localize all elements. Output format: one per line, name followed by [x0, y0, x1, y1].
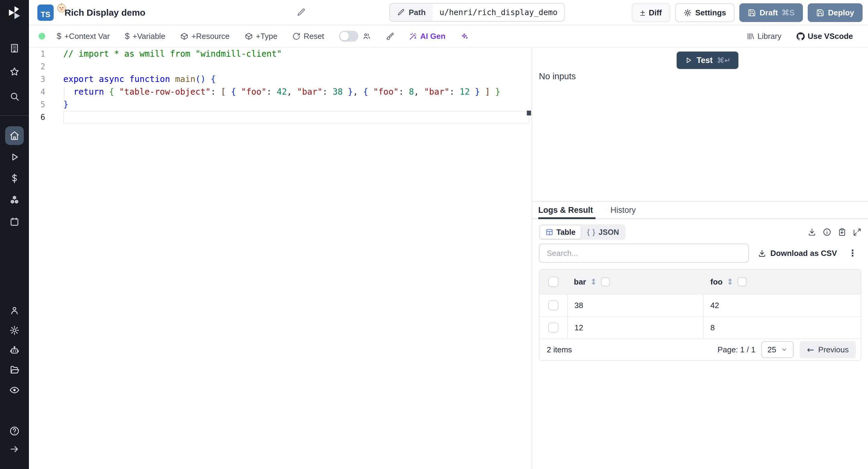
- code-line[interactable]: export async function main() {: [63, 73, 530, 86]
- use-vscode-button[interactable]: Use VScode: [797, 32, 853, 41]
- table-controls: Download as CSV ⋮: [539, 244, 861, 263]
- sort-icon[interactable]: ↕: [727, 277, 733, 286]
- draft-button[interactable]: Draft ⌘S: [739, 3, 803, 22]
- code-line[interactable]: }: [63, 98, 530, 111]
- sidebar-item-runs[interactable]: [0, 147, 29, 167]
- sidebar-item-home[interactable]: [5, 126, 24, 145]
- tab-logs-result[interactable]: Logs & Result: [538, 206, 593, 215]
- library-button[interactable]: Library: [746, 32, 781, 41]
- save-icon: [748, 9, 756, 17]
- code-line[interactable]: return { "table-row-object": [ { "foo": …: [63, 86, 530, 98]
- table-cell: 12: [567, 317, 703, 339]
- sidebar-item-workers[interactable]: [0, 341, 29, 360]
- items-count: 2 items: [547, 345, 572, 354]
- code-editor[interactable]: 123456 // import * as wmill from "windmi…: [29, 48, 532, 469]
- help-icon[interactable]: [0, 421, 29, 441]
- column-option-box[interactable]: [601, 277, 610, 286]
- line-number: 5: [29, 98, 62, 111]
- sidebar-item-settings[interactable]: [0, 321, 29, 340]
- deploy-button[interactable]: Deploy: [808, 3, 863, 22]
- page-size-select[interactable]: 25: [761, 341, 794, 358]
- line-number: 4: [29, 86, 62, 98]
- download-icon[interactable]: [808, 228, 816, 236]
- reset-button[interactable]: Reset: [292, 32, 324, 41]
- sidebar-item-audit-logs[interactable]: [0, 380, 29, 400]
- code-line[interactable]: [63, 111, 529, 124]
- no-inputs-label: No inputs: [539, 71, 576, 82]
- expand-icon[interactable]: [853, 228, 861, 236]
- table-cell: 38: [567, 294, 703, 316]
- view-toggle-table[interactable]: Table: [540, 225, 581, 239]
- braces-icon: { }: [587, 228, 595, 236]
- line-number: 1: [29, 48, 62, 60]
- result-section: Logs & Result History Table { } JSON: [532, 201, 868, 469]
- column-header-bar[interactable]: bar: [574, 277, 586, 287]
- sidebar-item-folders[interactable]: [0, 360, 29, 379]
- favorites-star-icon[interactable]: [0, 62, 29, 82]
- ai-gen-button[interactable]: AI Gen: [409, 32, 445, 41]
- sparkles-icon[interactable]: [461, 32, 469, 40]
- dollar-icon: $: [57, 31, 61, 41]
- add-resource-button[interactable]: +Resource: [180, 32, 229, 41]
- view-toggle-json[interactable]: { } JSON: [581, 225, 624, 239]
- table-cell: 42: [703, 294, 861, 316]
- settings-button[interactable]: Settings: [675, 3, 735, 22]
- edit-title-pencil-icon[interactable]: [297, 8, 306, 17]
- diff-button[interactable]: ± Diff: [632, 3, 670, 22]
- select-all-checkbox[interactable]: [548, 277, 558, 287]
- sort-icon[interactable]: ↕: [590, 277, 597, 286]
- more-options-kebab-icon[interactable]: ⋮: [848, 249, 857, 258]
- magic-wand-icon: [409, 32, 417, 40]
- page-title: Rich Display demo: [64, 0, 145, 25]
- windmill-logo[interactable]: [0, 3, 29, 22]
- typescript-badge: TS: [37, 4, 54, 21]
- add-type-button[interactable]: +Type: [245, 32, 278, 41]
- path-value: u/henri/rich_display_demo: [433, 4, 564, 21]
- editor-code[interactable]: // import * as wmill from "windmill-clie…: [63, 48, 530, 124]
- dollar-icon: $: [125, 31, 130, 41]
- previous-page-button[interactable]: ← Previous: [800, 341, 856, 358]
- arrow-left-icon: ←: [807, 345, 814, 355]
- row-checkbox[interactable]: [548, 300, 558, 310]
- info-icon[interactable]: [823, 228, 831, 236]
- vertical-splitter[interactable]: [532, 48, 532, 469]
- play-icon: [684, 56, 692, 64]
- sidebar-item-users[interactable]: [0, 301, 29, 320]
- format-brush-icon[interactable]: [386, 32, 394, 40]
- table-row[interactable]: 128: [539, 316, 861, 339]
- package-icon: [245, 32, 253, 40]
- sidebar-item-variables[interactable]: [0, 169, 29, 188]
- workspace-icon[interactable]: [0, 39, 29, 58]
- collab-toggle[interactable]: [339, 31, 358, 41]
- path-chip[interactable]: Path u/henri/rich_display_demo: [390, 3, 565, 22]
- editor-scrollbar-marker[interactable]: [527, 111, 531, 116]
- table-header: bar ↕ foo ↕: [539, 270, 861, 294]
- code-line[interactable]: [63, 60, 530, 73]
- code-line[interactable]: // import * as wmill from "windmill-clie…: [63, 48, 530, 60]
- table-cell: 8: [703, 317, 861, 339]
- sidebar-item-schedules[interactable]: [0, 212, 29, 231]
- table-row[interactable]: 3842: [539, 294, 861, 316]
- tab-history[interactable]: History: [611, 206, 636, 215]
- row-checkbox[interactable]: [548, 322, 558, 333]
- sidebar-item-resources[interactable]: [0, 190, 29, 210]
- download-csv-button[interactable]: Download as CSV: [758, 249, 837, 258]
- refresh-icon: [292, 32, 301, 40]
- collapse-sidebar-arrow-icon[interactable]: [0, 439, 29, 459]
- run-section: Test ⌘↵ No inputs: [532, 48, 868, 201]
- search-icon[interactable]: [0, 87, 29, 106]
- column-header-foo[interactable]: foo: [710, 277, 722, 287]
- search-input[interactable]: [539, 244, 749, 263]
- add-variable-button[interactable]: $ +Variable: [125, 31, 165, 41]
- topbar: TS Rich Display demo Path u/henri/rich_d…: [29, 0, 868, 25]
- result-table: bar ↕ foo ↕ 3842128 2 items Page: 1 / 1: [539, 269, 861, 361]
- test-button[interactable]: Test ⌘↵: [677, 52, 738, 69]
- result-tabbar: Logs & Result History: [532, 201, 868, 219]
- library-icon: [746, 32, 754, 40]
- multiplayer-users-icon[interactable]: [363, 32, 371, 40]
- add-context-var-button[interactable]: $ +Context Var: [57, 31, 110, 41]
- download-icon: [758, 249, 766, 257]
- column-option-box[interactable]: [738, 277, 747, 286]
- clipboard-copy-icon[interactable]: [838, 228, 846, 236]
- github-icon: [797, 32, 805, 40]
